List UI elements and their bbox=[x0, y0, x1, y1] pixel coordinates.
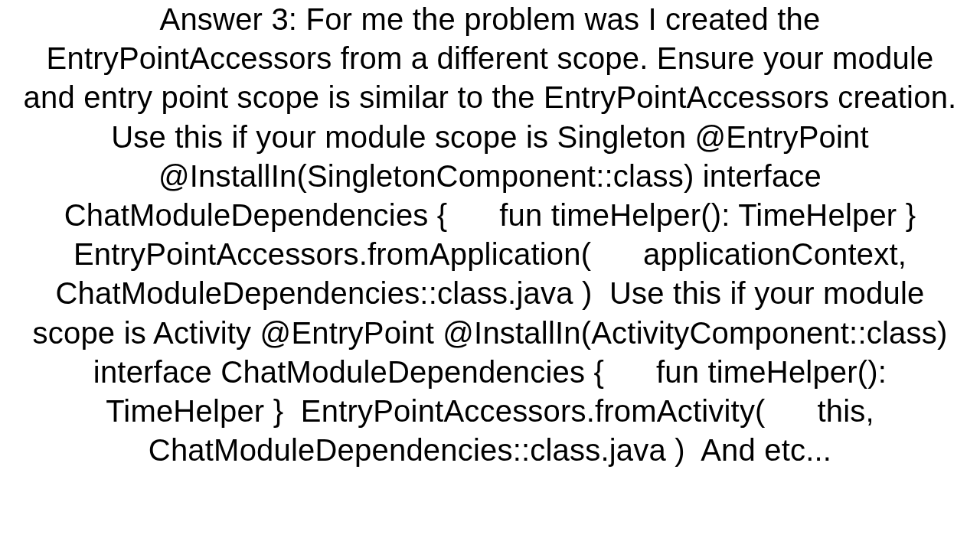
answer-text-block: Answer 3: For me the problem was I creat… bbox=[15, 0, 965, 470]
